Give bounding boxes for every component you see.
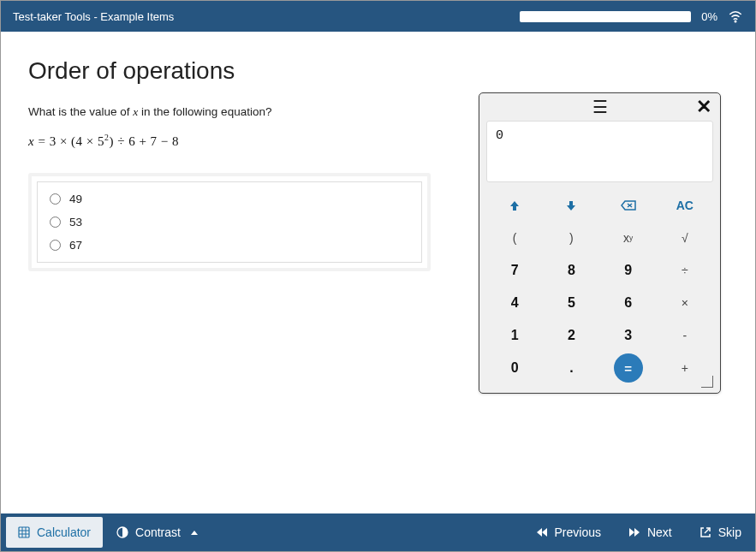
question-equation: x = 3 × (4 × 52) ÷ 6 + 7 − 8 — [28, 133, 431, 149]
calc-9[interactable]: 9 — [600, 254, 657, 287]
choices-container: 495367 — [28, 173, 431, 271]
calc-7[interactable]: 7 — [486, 254, 543, 287]
main-content: Order of operations What is the value of… — [1, 32, 755, 513]
forward-icon — [628, 526, 640, 538]
calc-eq[interactable]: = — [614, 353, 643, 383]
next-label: Next — [647, 525, 672, 539]
calc-2[interactable]: 2 — [543, 319, 599, 352]
contrast-button[interactable]: Contrast — [103, 513, 211, 551]
choices-inner: 495367 — [37, 181, 422, 263]
calculator-display: 0 — [486, 121, 713, 182]
footer-bar: Calculator Contrast Previous Next — [1, 513, 755, 551]
question-title: Order of operations — [28, 57, 431, 85]
app-window: Test-taker Tools - Example Items 0% Orde… — [0, 0, 756, 552]
menu-icon[interactable]: ☰ — [592, 97, 608, 117]
calculator-panel[interactable]: ☰ ✕ 0 AC()xy√789÷456×123-0.=+ — [479, 92, 721, 394]
svg-point-0 — [735, 21, 736, 22]
choice-label: 53 — [69, 216, 82, 229]
skip-button[interactable]: Skip — [686, 513, 755, 551]
radio-icon[interactable] — [50, 240, 61, 251]
header-title: Test-taker Tools - Example Items — [13, 10, 520, 23]
calc-backspace[interactable] — [600, 189, 657, 222]
calculator-icon — [18, 526, 30, 538]
contrast-label: Contrast — [135, 525, 181, 539]
skip-label: Skip — [718, 525, 741, 539]
progress-percent: 0% — [701, 10, 717, 23]
calc-4[interactable]: 4 — [486, 287, 543, 319]
calculator-keys: AC()xy√789÷456×123-0.=+ — [479, 186, 720, 393]
header-bar: Test-taker Tools - Example Items 0% — [1, 1, 755, 32]
calc-0[interactable]: 0 — [486, 352, 543, 384]
radio-icon[interactable] — [50, 217, 61, 228]
calc-up[interactable] — [486, 189, 543, 222]
choice-label: 67 — [69, 239, 82, 252]
calculator-label: Calculator — [37, 525, 91, 539]
calc-3[interactable]: 3 — [600, 319, 657, 352]
prompt-pre: What is the value of — [28, 105, 133, 118]
question-prompt: What is the value of x in the following … — [28, 105, 431, 119]
choice-label: 49 — [69, 193, 82, 205]
resize-handle-icon[interactable] — [701, 376, 713, 388]
choice-option[interactable]: 53 — [46, 211, 413, 234]
choice-option[interactable]: 67 — [46, 234, 413, 257]
close-icon[interactable]: ✕ — [696, 96, 711, 118]
calc-dot[interactable]: . — [543, 352, 599, 384]
calc-1[interactable]: 1 — [486, 319, 543, 352]
calc-mul[interactable]: × — [657, 287, 713, 319]
choice-option[interactable]: 49 — [46, 187, 413, 211]
next-button[interactable]: Next — [615, 513, 686, 551]
svg-rect-1 — [19, 527, 29, 537]
calculator-titlebar[interactable]: ☰ ✕ — [479, 93, 720, 121]
rewind-icon — [536, 526, 548, 538]
footer-spacer — [211, 513, 522, 551]
chevron-up-icon — [191, 531, 198, 535]
calc-6[interactable]: 6 — [600, 287, 657, 319]
calculator-button[interactable]: Calculator — [6, 517, 103, 548]
calc-pow[interactable]: xy — [600, 222, 657, 254]
question-area: Order of operations What is the value of… — [28, 57, 431, 271]
calc-rparen[interactable]: ) — [543, 222, 599, 254]
calc-ac[interactable]: AC — [657, 189, 713, 222]
radio-icon[interactable] — [50, 193, 61, 205]
external-link-icon — [699, 526, 711, 538]
previous-button[interactable]: Previous — [522, 513, 615, 551]
calc-div[interactable]: ÷ — [657, 254, 713, 287]
contrast-icon — [116, 526, 128, 538]
calc-8[interactable]: 8 — [543, 254, 599, 287]
calc-sub[interactable]: - — [657, 319, 713, 352]
calc-down[interactable] — [543, 189, 599, 222]
calc-5[interactable]: 5 — [543, 287, 599, 319]
calc-lparen[interactable]: ( — [486, 222, 543, 254]
progress-bar — [520, 11, 691, 22]
wifi-icon — [728, 9, 743, 24]
progress-wrap: 0% — [520, 9, 743, 24]
prompt-post: in the following equation? — [138, 105, 271, 118]
previous-label: Previous — [555, 525, 601, 539]
calc-sqrt[interactable]: √ — [657, 222, 713, 254]
